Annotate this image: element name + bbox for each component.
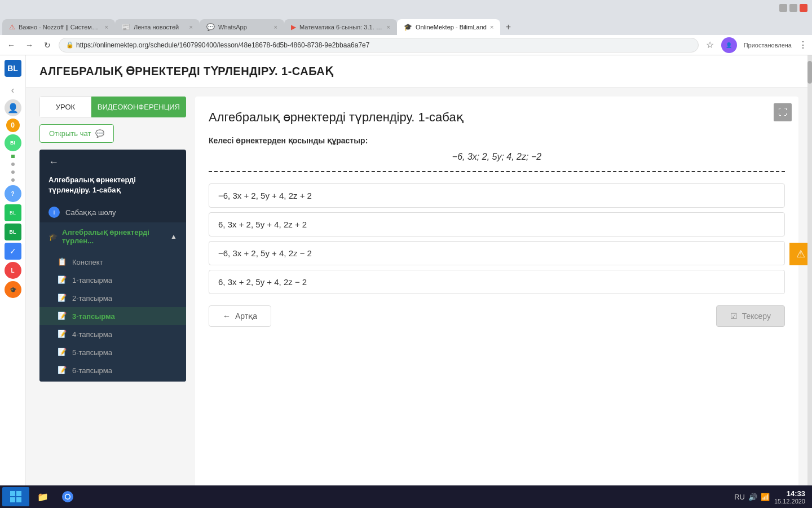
taskbar-chrome[interactable] (56, 487, 79, 506)
tab-whatsapp-icon: 💬 (206, 23, 215, 31)
open-chat-btn[interactable]: Открыть чат 💬 (39, 124, 114, 143)
info-icon: i (48, 207, 60, 218)
sidebar-q-icon[interactable]: ? (5, 185, 21, 202)
scrollbar[interactable] (807, 55, 812, 485)
content-area: УРОК ВИДЕОКОНФЕРЕНЦИЯ Открыть чат 💬 ← Ал… (26, 87, 812, 508)
sidebar-bilimland-icon[interactable]: BL (5, 224, 21, 240)
profile-label: Приостановлена (744, 42, 792, 49)
tab-math-close[interactable]: × (387, 24, 390, 30)
nav-item-task6[interactable]: 📝 6-тапсырма (39, 361, 186, 379)
svg-rect-0 (10, 491, 15, 496)
windows-icon (9, 490, 23, 503)
tab-math[interactable]: ▶ Математика 6-сынып: 3.1. Алге... × (284, 19, 397, 35)
nav-lesson-title: Алгебралық өрнектерді түрлендіру. 1-саба… (48, 175, 177, 195)
back-nav-btn[interactable]: ← (5, 38, 18, 52)
tab-news-close[interactable]: × (189, 24, 193, 30)
answer-option-2[interactable]: 6, 3x + 2, 5y + 4, 2z + 2 (209, 212, 785, 237)
lesson-nav: УРОК ВИДЕОКОНФЕРЕНЦИЯ Открыть чат 💬 ← Ал… (39, 97, 186, 499)
task4-label: 4-тапсырма (72, 330, 112, 339)
title-bar (0, 0, 812, 16)
explorer-icon: 📁 (36, 490, 50, 503)
page-title: АЛГЕБРАЛЫҚ ӨРНЕКТЕРДІ ТҮРЛЕНДІРУ. 1-САБА… (39, 64, 798, 78)
nav-item-task5[interactable]: 📝 5-тапсырма (39, 343, 186, 361)
nav-section-header[interactable]: 🎓 Алгебралық өрнектерді түрлен... ▲ (39, 222, 186, 251)
lesson-main-title: Алгебралық өрнектерді түрлендіру. 1-саба… (209, 110, 785, 125)
taskbar-system-icons: RU 🔊 📶 (734, 493, 770, 501)
tab-onlinemektep[interactable]: 🎓 OnlineMektep - BilimLand × (397, 19, 500, 35)
page: BL ‹ 👤 0 BI ? BL BL ✓ L 🎓 АЛГЕБРАЛЫҚ ӨРН… (0, 55, 812, 508)
nav-back-btn[interactable]: ← (48, 156, 59, 168)
user-avatar: 👤 (5, 99, 21, 116)
task2-label: 2-тапсырма (72, 294, 112, 303)
task2-icon: 📝 (58, 294, 67, 303)
lesson-content: ⛶ Алгебралық өрнектерді түрлендіру. 1-са… (195, 97, 798, 499)
tab-news[interactable]: 📰 Лента новостей × (115, 19, 200, 35)
nav-item-task1[interactable]: 📝 1-тапсырма (39, 271, 186, 289)
reload-btn[interactable]: ↻ (41, 38, 54, 52)
task3-icon: 📝 (58, 312, 67, 321)
browser-menu-btn[interactable]: ⋮ (798, 40, 807, 50)
tab-nozzoff[interactable]: ⚠ Важно - Nozzoff || Система пов... × (2, 19, 115, 35)
sidebar-collapse-btn[interactable]: ‹ (6, 84, 20, 97)
bl-logo: BL (5, 60, 21, 77)
tab-nozzoff-close[interactable]: × (105, 24, 108, 30)
svg-rect-3 (16, 497, 21, 502)
bookmark-btn[interactable]: ☆ (703, 38, 717, 52)
answer-option-3[interactable]: −6, 3x + 2, 5y + 4, 2z − 2 (209, 241, 785, 265)
task1-icon: 📝 (58, 275, 67, 284)
math-expression: −6, 3x; 2, 5y; 4, 2z; −2 (209, 152, 785, 162)
answer-option-1[interactable]: −6, 3x + 2, 5y + 4, 2z + 2 (209, 183, 785, 208)
volume-icon: 🔊 (748, 493, 757, 501)
profile-avatar[interactable]: 👤 (721, 37, 737, 53)
answer-option-3-text: −6, 3x + 2, 5y + 4, 2z − 2 (218, 248, 312, 258)
taskbar: 📁 RU 🔊 📶 14:33 15.12.2020 (0, 485, 812, 508)
task5-icon: 📝 (58, 348, 67, 357)
network-icon: 📶 (761, 493, 770, 501)
nav-overview-label: Сабаққа шолу (65, 208, 116, 217)
tab-lesson[interactable]: УРОК (39, 97, 91, 117)
nav-overview[interactable]: i Сабаққа шолу (39, 202, 186, 222)
tab-onlinemektep-close[interactable]: × (490, 24, 493, 30)
dot-gray1 (11, 163, 15, 166)
tab-whatsapp-close[interactable]: × (274, 24, 277, 30)
back-btn-label: Артқа (235, 312, 257, 321)
sidebar-orange-icon[interactable]: 🎓 (5, 281, 21, 298)
maximize-btn[interactable] (789, 4, 797, 12)
nav-item-task4[interactable]: 📝 4-тапсырма (39, 325, 186, 343)
konspekt-label: Конспект (72, 258, 103, 266)
tab-nozzoff-label: Важно - Nozzoff || Система пов... (19, 24, 102, 30)
back-btn[interactable]: ← Артқа (209, 305, 271, 327)
new-tab-btn[interactable]: + (500, 19, 516, 35)
nav-item-konspekt[interactable]: 📋 Конспект (39, 253, 186, 271)
notification-badge[interactable]: 0 (6, 119, 20, 132)
minimize-btn[interactable] (779, 4, 787, 12)
task1-label: 1-тапсырма (72, 276, 112, 284)
scrollbar-thumb (807, 61, 812, 84)
sidebar-greensq-icon[interactable]: BL (5, 204, 21, 221)
nav-panel-header: ← (39, 150, 186, 175)
close-btn[interactable] (800, 4, 807, 12)
forward-nav-btn[interactable]: → (23, 38, 36, 52)
check-btn[interactable]: ☑ Тексеру (716, 305, 785, 327)
taskbar-start-btn[interactable] (2, 487, 29, 506)
tab-whatsapp[interactable]: 💬 WhatsApp × (200, 19, 284, 35)
answer-option-4[interactable]: 6, 3x + 2, 5y + 4, 2z − 2 (209, 270, 785, 294)
url-bar[interactable]: 🔒 https://onlinemektep.org/schedule/1607… (59, 38, 699, 52)
sidebar-bilim-icon[interactable]: BI (5, 134, 21, 151)
sidebar-luko-icon[interactable]: L (5, 262, 21, 279)
tab-video[interactable]: ВИДЕОКОНФЕРЕНЦИЯ (91, 97, 186, 117)
task-instruction: Келесі өрнектерден қосынды құрастыр: (209, 136, 785, 145)
nav-item-task2[interactable]: 📝 2-тапсырма (39, 289, 186, 307)
svg-point-6 (66, 495, 70, 499)
address-bar: ← → ↻ 🔒 https://onlinemektep.org/schedul… (0, 35, 812, 55)
tab-news-icon: 📰 (122, 23, 130, 31)
svg-rect-2 (10, 497, 15, 502)
sidebar-check-icon[interactable]: ✓ (5, 243, 21, 260)
nav-panel: ← Алгебралық өрнектерді түрлендіру. 1-са… (39, 150, 186, 382)
taskbar-explorer[interactable]: 📁 (32, 487, 54, 506)
nav-item-task3[interactable]: 📝 3-тапсырма (39, 307, 186, 325)
check-icon: ☑ (730, 312, 738, 321)
expand-btn[interactable]: ⛶ (774, 103, 792, 121)
task6-icon: 📝 (58, 366, 67, 375)
page-header: АЛГЕБРАЛЫҚ ӨРНЕКТЕРДІ ТҮРЛЕНДІРУ. 1-САБА… (26, 55, 812, 87)
